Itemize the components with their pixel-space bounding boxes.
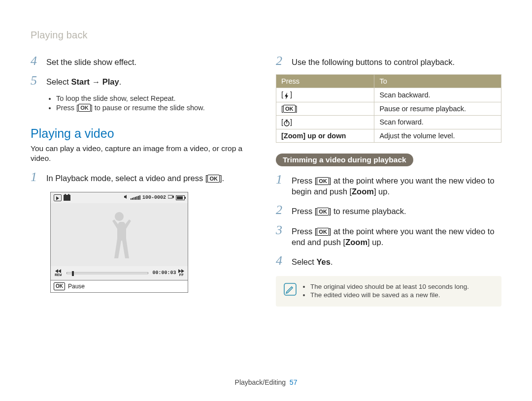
sub-item: Press [OK] to pause or resume the slide …: [56, 104, 256, 112]
text: ] to pause or resume the slide show.: [91, 104, 205, 112]
step-number: 4: [276, 254, 287, 267]
trim-step-3: 3 Press [OK] at the point where you want…: [276, 224, 501, 248]
controls-table: Press To [] Scan backward. [OK] Pause or…: [276, 74, 501, 143]
ok-icon: OK: [207, 175, 220, 183]
ok-icon: OK: [317, 177, 329, 185]
note-box: The original video should be at least 10…: [276, 276, 501, 307]
trim-step-2: 2 Press [OK] to resume playback.: [276, 204, 501, 216]
table-row: [] Scan backward.: [276, 88, 501, 102]
trim-step-1: 1 Press [OK] at the point where you want…: [276, 173, 501, 197]
ok-icon: OK: [317, 208, 329, 216]
file-counter: 100-0002: [142, 195, 166, 200]
bold-text: Start: [71, 77, 90, 86]
step-text: Press [OK] at the point where you want t…: [292, 173, 501, 197]
step-1: 1 In Playback mode, select a video and p…: [31, 171, 256, 184]
key-cell: [Zoom] up or down: [276, 129, 374, 142]
right-column: 2 Use the following buttons to control p…: [276, 55, 501, 307]
trim-step-4: 4 Select Yes.: [276, 254, 501, 267]
table-row: [OK] Pause or resume playback.: [276, 102, 501, 115]
text: In Playback mode, select a video and pre…: [46, 174, 207, 183]
speaker-icon: [124, 194, 129, 201]
step-number: 5: [31, 74, 41, 87]
to-cell: Adjust the volume level.: [374, 129, 501, 142]
section-intro: You can play a video, capture an image f…: [31, 144, 256, 164]
movie-reel-icon: [168, 194, 174, 201]
to-cell: Scan forward.: [374, 115, 501, 129]
step-text: Press [OK] at the point where you want t…: [292, 224, 501, 248]
text: Select: [292, 257, 316, 266]
text: ] up.: [367, 238, 383, 247]
to-cell: Scan backward.: [374, 88, 501, 102]
timeline: [66, 272, 148, 274]
text: .: [174, 94, 176, 102]
note-list: The original video should be at least 10…: [302, 283, 469, 300]
battery-icon: [176, 195, 185, 200]
rewind-icon: REW: [54, 269, 63, 277]
page-number: 57: [290, 378, 298, 386]
camera-caption: OK Pause: [50, 280, 188, 293]
step-text: Set the slide show effect.: [46, 55, 136, 67]
note-item: The original video should be at least 10…: [310, 283, 469, 290]
text: Press [: [292, 176, 317, 185]
step-number: 1: [31, 171, 41, 184]
person-silhouette: [102, 212, 136, 266]
flash-icon: [283, 91, 290, 99]
bold-text: Zoom: [345, 238, 367, 247]
bold-text: Repeat: [151, 94, 174, 102]
footer-section: Playback/Editing: [235, 378, 286, 386]
text: Press [: [56, 104, 78, 112]
ok-icon: OK: [78, 104, 91, 112]
ok-icon: OK: [317, 228, 329, 236]
sub-list: To loop the slide show, select Repeat. P…: [49, 94, 256, 112]
to-cell: Pause or resume playback.: [374, 102, 501, 115]
left-column: 4 Set the slide show effect. 5 Select St…: [31, 55, 256, 307]
zoom-key-label: [Zoom] up or down: [281, 132, 346, 140]
table-header: To: [374, 75, 501, 88]
step-4: 4 Set the slide show effect.: [31, 55, 256, 67]
ok-icon: OK: [283, 105, 296, 113]
step-text: In Playback mode, select a video and pre…: [46, 171, 224, 184]
svg-rect-0: [168, 195, 172, 198]
text: →: [90, 77, 102, 86]
step-number: 1: [276, 173, 287, 197]
table-row: [Zoom] up or down Adjust the volume leve…: [276, 129, 501, 142]
step-number: 4: [31, 55, 41, 67]
bold-text: Zoom: [352, 187, 374, 196]
ok-icon: OK: [54, 282, 65, 290]
running-header: Playing back: [31, 30, 501, 41]
rew-label: REW: [54, 273, 63, 277]
subsection-pill: Trimming a video during playback: [276, 154, 413, 166]
bold-text: Play: [102, 77, 119, 86]
step-number: 3: [276, 224, 287, 248]
step-text: Select Yes.: [292, 254, 333, 267]
step-number: 2: [276, 204, 287, 216]
step-2: 2 Use the following buttons to control p…: [276, 55, 501, 67]
key-cell: []: [276, 115, 374, 129]
forward-icon: FF: [178, 269, 185, 277]
step-5: 5 Select Start → Play.: [31, 74, 256, 87]
step-text: Select Start → Play.: [46, 74, 121, 87]
play-mode-icon: [54, 194, 62, 201]
page-footer: Playback/Editing 57: [0, 378, 532, 386]
timer-icon: [283, 119, 290, 126]
key-cell: []: [276, 88, 374, 102]
sub-item: To loop the slide show, select Repeat.: [56, 94, 256, 102]
table-row: [] Scan forward.: [276, 115, 501, 129]
timestamp: 00:00:03: [152, 270, 176, 276]
note-icon: [284, 283, 297, 296]
text: ] up.: [374, 187, 390, 196]
step-text: Press [OK] to resume playback.: [292, 204, 406, 216]
camera-screen-illustration: 100-0002 REW: [50, 192, 188, 293]
key-cell: [OK]: [276, 102, 374, 115]
video-icon: [64, 195, 70, 201]
caption-text: Pause: [68, 283, 85, 290]
step-text: Use the following buttons to control pla…: [292, 55, 455, 67]
volume-level-icon: [131, 195, 140, 200]
ff-label: FF: [178, 273, 185, 277]
text: .: [331, 257, 333, 266]
text: ].: [220, 174, 224, 183]
text: Press [: [292, 227, 317, 236]
table-header: Press: [276, 75, 374, 88]
text: Press [: [292, 207, 317, 216]
step-number: 2: [276, 55, 287, 67]
